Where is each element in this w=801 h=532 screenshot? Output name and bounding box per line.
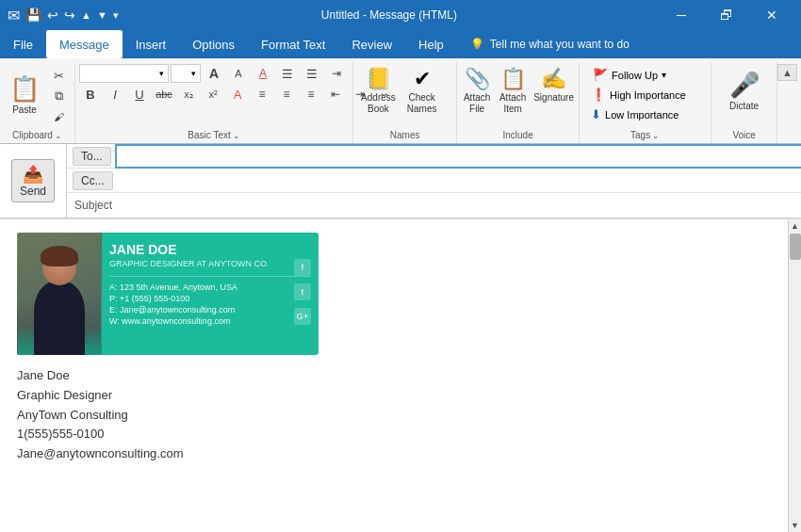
- card-title: GRAPHIC DESIGNER AT ANYTOWN CO.: [109, 259, 311, 268]
- sig-line-1: Jane Doe: [17, 366, 771, 386]
- card-info: JANE DOE GRAPHIC DESIGNER AT ANYTOWN CO.…: [102, 233, 319, 355]
- signature-button[interactable]: ✍ Signature: [532, 64, 575, 106]
- dictate-label: Dictate: [729, 101, 759, 112]
- card-email-detail: E: Jane@anytownconsulting.com: [109, 305, 311, 314]
- send-button[interactable]: 📤 Send: [11, 159, 55, 202]
- font-name-dropdown[interactable]: ▾: [79, 64, 169, 83]
- high-importance-icon: ❗: [591, 88, 606, 102]
- follow-up-button[interactable]: 🚩 Follow Up ▾: [587, 66, 672, 84]
- font-size-dropdown[interactable]: ▾: [171, 64, 201, 83]
- tell-me-search[interactable]: 💡 Tell me what you want to do: [457, 32, 643, 56]
- bold-btn[interactable]: B: [79, 85, 102, 104]
- low-importance-button[interactable]: ⬇ Low Importance: [587, 105, 682, 123]
- names-group: 📒 AddressBook ✔ CheckNames Names: [353, 62, 457, 143]
- minimize-btn[interactable]: ─: [660, 0, 703, 30]
- check-names-icon: ✔: [414, 67, 431, 91]
- scroll-thumb[interactable]: [790, 234, 801, 260]
- address-book-button[interactable]: 📒 AddressBook: [357, 64, 400, 118]
- quick-save-btn[interactable]: 💾: [25, 8, 41, 23]
- paste-button[interactable]: 📋 Paste: [4, 72, 45, 119]
- to-button[interactable]: To...: [73, 147, 111, 166]
- copy-button[interactable]: ⧉: [47, 87, 70, 105]
- clipboard-launcher[interactable]: ⌄: [55, 131, 62, 140]
- menu-insert[interactable]: Insert: [123, 30, 180, 58]
- to-input[interactable]: [117, 146, 801, 167]
- super-script-btn[interactable]: x²: [202, 85, 224, 104]
- signature-label: Signature: [533, 92, 574, 104]
- attach-file-button[interactable]: 📎 AttachFile: [461, 64, 493, 118]
- align-left-btn[interactable]: ≡: [251, 85, 273, 104]
- sig-line-3: AnyTown Consulting: [17, 406, 771, 426]
- voice-label: Voice: [732, 130, 755, 140]
- facebook-icon: f: [294, 259, 311, 276]
- menu-options[interactable]: Options: [179, 30, 248, 58]
- app-icon: ✉: [8, 7, 20, 24]
- clear-format-btn[interactable]: A: [252, 64, 274, 83]
- subject-input[interactable]: [120, 195, 801, 216]
- cc-field-row: Cc...: [67, 169, 801, 193]
- bullet-list-btn[interactable]: ☰: [276, 64, 299, 83]
- check-names-button[interactable]: ✔ CheckNames: [403, 64, 441, 118]
- google-plus-icon: G+: [294, 308, 311, 325]
- italic-btn[interactable]: I: [104, 85, 126, 104]
- cut-button[interactable]: ✂: [47, 66, 70, 85]
- cc-button[interactable]: Cc...: [73, 171, 113, 190]
- to-field-row: To...: [67, 144, 801, 169]
- scroll-up-btn[interactable]: ▲: [789, 219, 801, 233]
- shrink-font-btn[interactable]: A: [227, 64, 250, 83]
- indent-btn[interactable]: ⇥: [325, 64, 348, 83]
- underline-btn[interactable]: U: [128, 85, 151, 104]
- up-btn[interactable]: ▲: [81, 9, 91, 21]
- align-right-btn[interactable]: ≡: [300, 85, 322, 104]
- cc-input[interactable]: [119, 170, 801, 191]
- font-color-btn[interactable]: A: [226, 85, 249, 104]
- scroll-down-btn[interactable]: ▼: [789, 519, 801, 532]
- check-names-label: CheckNames: [407, 92, 437, 115]
- menu-file[interactable]: File: [0, 30, 46, 58]
- twitter-icon: t: [294, 283, 311, 300]
- restore-btn[interactable]: 🗗: [705, 0, 748, 30]
- menu-review[interactable]: Review: [338, 30, 405, 58]
- email-body[interactable]: JANE DOE GRAPHIC DESIGNER AT ANYTOWN CO.…: [0, 219, 788, 483]
- tags-launcher[interactable]: ⌄: [652, 131, 660, 140]
- strikethrough-btn[interactable]: abc: [153, 85, 175, 104]
- follow-up-arrow-icon: ▾: [662, 70, 666, 80]
- down-btn[interactable]: ▼: [97, 9, 107, 21]
- subject-label: Subject: [67, 199, 120, 212]
- align-center-btn[interactable]: ≡: [275, 85, 298, 104]
- paste-label: Paste: [12, 105, 37, 116]
- lightbulb-icon: 💡: [470, 38, 484, 51]
- scrollbar[interactable]: ▲ ▼: [788, 219, 801, 532]
- tags-group: 🚩 Follow Up ▾ ❗ High Importance ⬇ Low Im…: [580, 62, 711, 143]
- format-painter-button[interactable]: 🖌: [47, 107, 70, 126]
- card-website: W: www.anytownconsulting.com: [109, 316, 311, 326]
- basic-text-label: Basic Text: [188, 130, 230, 140]
- tags-label: Tags: [630, 130, 650, 140]
- indent-dec-btn[interactable]: ⇤: [324, 85, 347, 104]
- num-list-btn[interactable]: ☰: [301, 64, 323, 83]
- dictate-button[interactable]: 🎤 Dictate: [721, 68, 768, 115]
- menu-format-text[interactable]: Format Text: [248, 30, 338, 58]
- basic-text-launcher[interactable]: ⌄: [233, 131, 240, 140]
- attach-file-label: AttachFile: [464, 92, 490, 115]
- sub-script-btn[interactable]: x₂: [177, 85, 200, 104]
- menu-message[interactable]: Message: [46, 30, 123, 58]
- include-group: 📎 AttachFile 📋 AttachItem ✍ Signature In…: [457, 62, 580, 143]
- low-importance-label: Low Importance: [605, 109, 678, 121]
- sig-line-2: Graphic Designer: [17, 386, 771, 406]
- attach-item-button[interactable]: 📋 AttachItem: [497, 64, 529, 118]
- signature-text: Jane Doe Graphic Designer AnyTown Consul…: [17, 366, 771, 464]
- redo-btn[interactable]: ↪: [64, 8, 75, 23]
- signature-icon: ✍: [541, 67, 566, 91]
- card-address: A: 123 5th Avenue, Anytown, USA: [109, 282, 311, 292]
- grow-font-btn[interactable]: A: [203, 64, 225, 83]
- card-phone: P: +1 (555) 555-0100: [109, 294, 311, 303]
- close-btn[interactable]: ✕: [750, 0, 793, 30]
- low-importance-icon: ⬇: [591, 107, 601, 121]
- flag-icon: 🚩: [593, 68, 608, 82]
- send-icon: 📤: [23, 164, 43, 185]
- high-importance-button[interactable]: ❗ High Importance: [587, 86, 690, 104]
- ribbon-collapse-btn[interactable]: ▲: [777, 64, 797, 81]
- undo-btn[interactable]: ↩: [47, 8, 58, 23]
- menu-help[interactable]: Help: [405, 30, 457, 58]
